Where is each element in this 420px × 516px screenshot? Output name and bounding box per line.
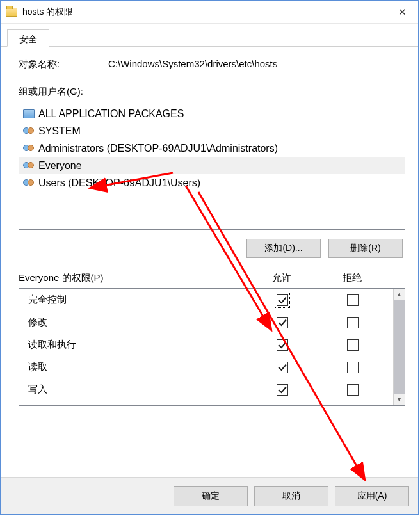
tab-panel: 对象名称: C:\Windows\System32\drivers\etc\ho… xyxy=(1,47,418,477)
cancel-button[interactable]: 取消 xyxy=(254,486,328,506)
deny-checkbox[interactable] xyxy=(347,362,359,373)
allow-checkbox[interactable] xyxy=(277,339,288,351)
permission-row: 完全控制 xyxy=(19,289,393,311)
deny-checkbox[interactable] xyxy=(347,294,359,306)
ok-button[interactable]: 确定 xyxy=(174,486,248,506)
object-name-label: 对象名称: xyxy=(19,58,108,70)
scroll-thumb[interactable] xyxy=(394,300,405,394)
user-list-item-label: Administrators (DESKTOP-69ADJU1\Administ… xyxy=(38,143,278,154)
dialog-button-row: 确定 取消 应用(A) xyxy=(1,477,418,514)
users-icon xyxy=(23,178,36,188)
scrollbar[interactable]: ▲ ▼ xyxy=(393,289,405,405)
object-name-value: C:\Windows\System32\drivers\etc\hosts xyxy=(108,58,277,70)
deny-checkbox[interactable] xyxy=(347,317,359,328)
apply-button[interactable]: 应用(A) xyxy=(335,486,409,506)
allow-checkbox[interactable] xyxy=(277,294,288,306)
user-list-item-label: SYSTEM xyxy=(38,125,81,137)
permissions-table: 完全控制修改读取和执行读取写入 ▲ ▼ xyxy=(19,288,405,406)
deny-column-header: 拒绝 xyxy=(317,272,387,284)
users-icon xyxy=(23,143,36,154)
users-label: 组或用户名(G): xyxy=(19,86,405,98)
user-list-item-label: ALL APPLICATION PACKAGES xyxy=(38,108,184,120)
permission-name: 读取和执行 xyxy=(24,339,247,351)
permission-name: 读取 xyxy=(24,361,247,373)
permission-name: 写入 xyxy=(24,383,247,396)
titlebar: hosts 的权限 ✕ xyxy=(1,1,418,24)
close-button[interactable]: ✕ xyxy=(387,3,417,22)
permission-name: 修改 xyxy=(24,316,247,328)
scroll-up-arrow[interactable]: ▲ xyxy=(394,289,405,300)
permissions-header: Everyone 的权限(P) 允许 拒绝 xyxy=(19,272,405,284)
user-list-item[interactable]: ALL APPLICATION PACKAGES xyxy=(19,105,405,122)
permissions-dialog: hosts 的权限 ✕ 安全 对象名称: C:\Windows\System32… xyxy=(0,0,419,515)
window-title: hosts 的权限 xyxy=(22,6,387,18)
allow-checkbox[interactable] xyxy=(277,317,288,328)
deny-checkbox[interactable] xyxy=(347,339,359,351)
permission-row: 修改 xyxy=(19,311,393,334)
user-list-item-label: Users (DESKTOP-69ADJU1\Users) xyxy=(38,177,200,189)
folder-icon xyxy=(6,8,17,17)
user-list-item[interactable]: SYSTEM xyxy=(19,122,405,140)
deny-checkbox[interactable] xyxy=(347,384,359,396)
tab-security[interactable]: 安全 xyxy=(7,29,49,47)
permission-row: 读取 xyxy=(19,356,393,378)
allow-checkbox[interactable] xyxy=(277,362,288,373)
tab-strip: 安全 xyxy=(1,24,418,47)
user-list-item-label: Everyone xyxy=(38,160,82,172)
allow-column-header: 允许 xyxy=(246,272,317,284)
scroll-down-arrow[interactable]: ▼ xyxy=(394,394,405,405)
allow-checkbox[interactable] xyxy=(277,384,288,396)
object-name-row: 对象名称: C:\Windows\System32\drivers\etc\ho… xyxy=(19,58,405,70)
package-icon xyxy=(23,109,35,118)
user-action-row: 添加(D)... 删除(R) xyxy=(19,230,405,258)
permission-row: 读取和执行 xyxy=(19,334,393,356)
add-user-button[interactable]: 添加(D)... xyxy=(246,239,321,258)
users-icon xyxy=(23,161,36,171)
users-icon xyxy=(23,126,36,136)
user-list-item[interactable]: Administrators (DESKTOP-69ADJU1\Administ… xyxy=(19,140,405,157)
user-list-item[interactable]: Everyone xyxy=(19,157,405,174)
permission-name: 完全控制 xyxy=(24,294,247,306)
permissions-for-label: Everyone 的权限(P) xyxy=(19,272,246,284)
remove-user-button[interactable]: 删除(R) xyxy=(328,239,403,258)
user-list-item[interactable]: Users (DESKTOP-69ADJU1\Users) xyxy=(19,174,405,191)
users-listbox[interactable]: ALL APPLICATION PACKAGESSYSTEMAdministra… xyxy=(19,102,405,230)
permission-row: 写入 xyxy=(19,378,393,401)
